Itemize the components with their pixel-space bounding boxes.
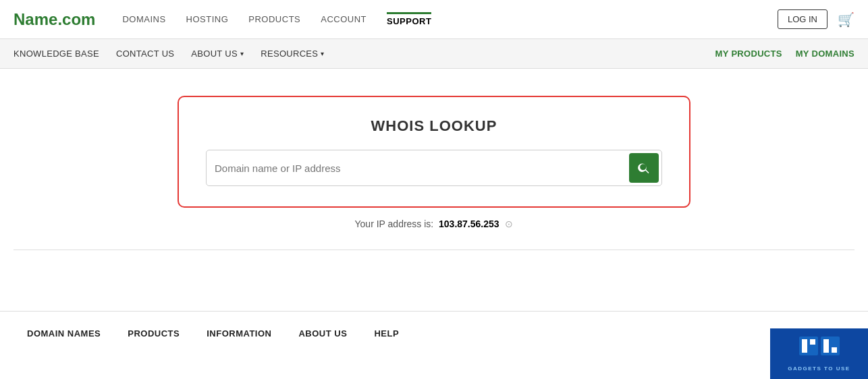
about-us-chevron-icon: ▾ [240, 50, 244, 57]
svg-rect-1 [802, 339, 807, 353]
main-content: WHOIS LOOKUP Your IP address is: 103.87.… [0, 69, 868, 270]
footer-col-products: PRODUCTS [128, 328, 180, 345]
footer-col-help-heading: HELP [374, 328, 399, 339]
ip-value: 103.87.56.253 [439, 218, 499, 229]
sub-nav-knowledge-base[interactable]: KNOWLEDGE BASE [13, 49, 99, 59]
my-products-link[interactable]: MY PRODUCTS [715, 49, 782, 59]
footer-col-products-heading: PRODUCTS [128, 328, 180, 339]
ip-line: Your IP address is: 103.87.56.253 ⊙ [355, 218, 514, 229]
my-domains-link[interactable]: MY DOMAINS [796, 49, 855, 59]
nav-hosting[interactable]: HOSTING [186, 14, 229, 24]
svg-rect-5 [832, 347, 837, 353]
sub-nav-about-us[interactable]: ABOUT US ▾ [191, 49, 244, 59]
footer-col-domains: DOMAIN NAMES [27, 328, 101, 345]
top-nav: Name.com DOMAINS HOSTING PRODUCTS ACCOUN… [0, 0, 868, 39]
top-nav-right: LOG IN 🛒 [778, 9, 855, 29]
footer-col-help: HELP [374, 328, 399, 345]
nav-support[interactable]: SUPPORT [387, 12, 431, 26]
watermark-icon [799, 337, 840, 363]
svg-rect-2 [810, 339, 815, 345]
nav-products[interactable]: PRODUCTS [248, 14, 300, 24]
watermark: GADGETS TO USE [770, 328, 868, 362]
whois-title: WHOIS LOOKUP [206, 117, 662, 135]
nav-domains[interactable]: DOMAINS [122, 14, 165, 24]
sub-nav: KNOWLEDGE BASE CONTACT US ABOUT US ▾ RES… [0, 39, 868, 69]
resources-chevron-icon: ▾ [321, 50, 324, 57]
footer: DOMAIN NAMES PRODUCTS INFORMATION ABOUT … [0, 311, 868, 362]
whois-box: WHOIS LOOKUP [178, 96, 690, 208]
login-button[interactable]: LOG IN [778, 9, 828, 29]
svg-rect-4 [823, 339, 829, 353]
logo-name: Name [13, 10, 57, 28]
footer-col-information-heading: INFORMATION [207, 328, 271, 339]
logo[interactable]: Name.com [13, 10, 95, 29]
footer-cols: DOMAIN NAMES PRODUCTS INFORMATION ABOUT … [27, 328, 841, 345]
whois-search-input[interactable] [215, 163, 624, 174]
cart-icon[interactable]: 🛒 [838, 11, 855, 28]
footer-col-information: INFORMATION [207, 328, 271, 345]
main-separator [13, 250, 855, 250]
search-row [206, 150, 662, 186]
sub-nav-right: MY PRODUCTS MY DOMAINS [715, 49, 855, 59]
watermark-logo-svg [799, 337, 840, 361]
sub-nav-contact-us[interactable]: CONTACT US [116, 49, 174, 59]
logo-com: com [62, 10, 95, 28]
sub-nav-left: KNOWLEDGE BASE CONTACT US ABOUT US ▾ RES… [13, 49, 325, 59]
main-nav: DOMAINS HOSTING PRODUCTS ACCOUNT SUPPORT [122, 12, 778, 26]
nav-account[interactable]: ACCOUNT [321, 14, 367, 24]
ip-label: Your IP address is: [355, 218, 434, 229]
search-icon [637, 161, 651, 175]
footer-col-about-us: ABOUT US [298, 328, 347, 345]
footer-col-about-us-heading: ABOUT US [298, 328, 347, 339]
sub-nav-resources[interactable]: RESOURCES ▾ [261, 49, 324, 59]
footer-col-domains-heading: DOMAIN NAMES [27, 328, 101, 339]
copy-icon[interactable]: ⊙ [505, 218, 513, 229]
whois-search-button[interactable] [629, 153, 659, 183]
